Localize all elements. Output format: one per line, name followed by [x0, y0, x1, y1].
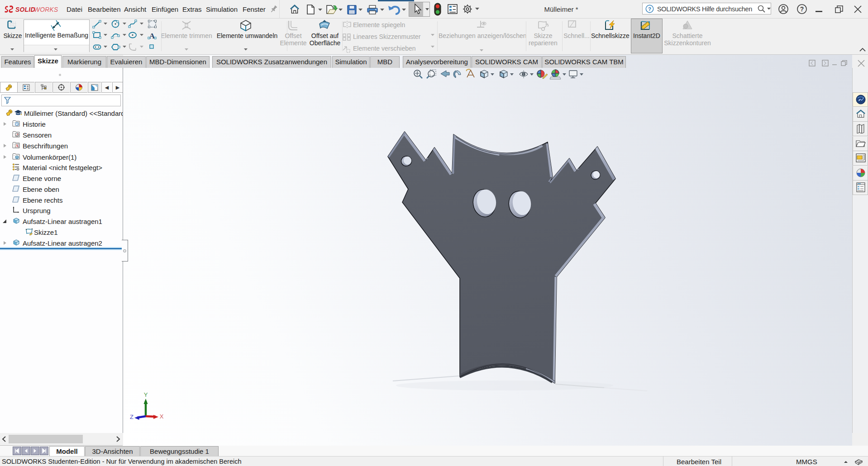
svg-text:SOLID: SOLID — [15, 6, 35, 13]
svg-text:A: A — [15, 143, 19, 148]
svg-text:Z: Z — [130, 414, 134, 420]
svg-text:?: ? — [648, 6, 651, 12]
svg-text:WORKS: WORKS — [34, 6, 58, 13]
svg-text:Y: Y — [144, 391, 148, 398]
svg-text:?: ? — [800, 5, 804, 13]
svg-text:X: X — [160, 413, 164, 420]
